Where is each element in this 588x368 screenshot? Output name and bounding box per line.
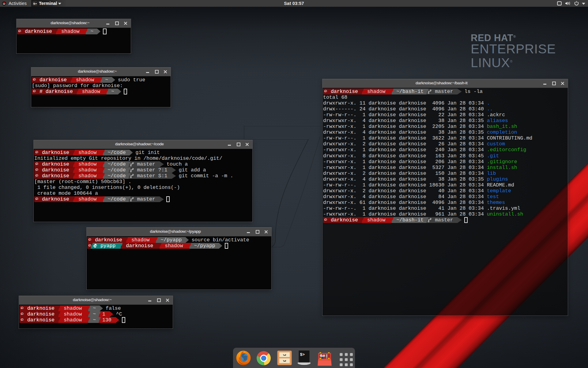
- svg-text:$>: $>: [300, 352, 305, 357]
